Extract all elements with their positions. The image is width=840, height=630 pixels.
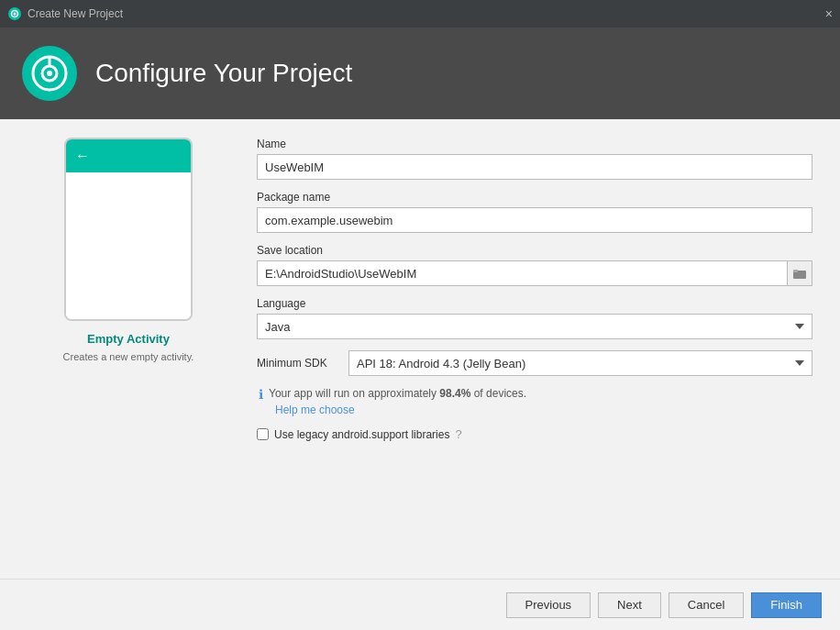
info-icon: ℹ (259, 387, 263, 402)
sdk-info-block: ℹ Your app will run on approximately 98.… (257, 387, 812, 416)
page-title: Configure Your Project (95, 59, 352, 88)
title-bar-left: Create New Project (7, 6, 123, 21)
sdk-info-row: ℹ Your app will run on approximately 98.… (257, 387, 812, 402)
title-bar: Create New Project × (0, 0, 840, 28)
language-select[interactable]: Java Kotlin (257, 314, 812, 339)
language-label: Language (257, 297, 812, 310)
save-location-field-group: Save location (257, 244, 812, 286)
footer: Previous Next Cancel Finish (0, 579, 840, 630)
android-studio-logo (22, 46, 77, 101)
previous-button[interactable]: Previous (506, 592, 591, 618)
package-input[interactable] (257, 207, 812, 233)
folder-icon (793, 268, 806, 279)
logo-icon (31, 55, 68, 92)
package-label: Package name (257, 191, 812, 204)
legacy-support-checkbox-row: Use legacy android.support libraries ? (257, 427, 812, 441)
right-panel: Name Package name Save location (257, 138, 812, 560)
finish-button[interactable]: Finish (751, 592, 822, 618)
android-studio-icon (7, 6, 22, 21)
legacy-support-checkbox[interactable] (257, 428, 269, 440)
package-field-group: Package name (257, 191, 812, 233)
svg-point-5 (47, 71, 52, 76)
svg-point-2 (14, 13, 17, 16)
svg-rect-9 (793, 270, 798, 272)
phone-preview: ← (64, 138, 193, 321)
name-field-group: Name (257, 138, 812, 180)
activity-description: Creates a new empty activity. (63, 351, 194, 362)
activity-label: Empty Activity (87, 332, 170, 346)
main-content: ← Empty Activity Creates a new empty act… (0, 119, 840, 579)
min-sdk-select[interactable]: API 16: Android 4.1 (Jelly Bean) API 17:… (348, 350, 812, 376)
phone-body (66, 172, 191, 319)
min-sdk-row: Minimum SDK API 16: Android 4.1 (Jelly B… (257, 350, 812, 376)
left-panel: ← Empty Activity Creates a new empty act… (28, 138, 229, 560)
sdk-info-text: Your app will run on approximately 98.4%… (269, 387, 526, 400)
save-location-input[interactable] (257, 260, 787, 286)
browse-folder-button[interactable] (787, 260, 812, 286)
title-bar-title: Create New Project (28, 7, 123, 20)
save-location-label: Save location (257, 244, 812, 257)
name-label: Name (257, 138, 812, 150)
phone-header: ← (66, 139, 191, 172)
header: Configure Your Project (0, 28, 840, 119)
help-me-choose-link[interactable]: Help me choose (275, 403, 812, 416)
close-button[interactable]: × (825, 7, 833, 20)
language-field-group: Language Java Kotlin (257, 297, 812, 339)
cancel-button[interactable]: Cancel (669, 592, 744, 618)
back-arrow-icon: ← (75, 148, 90, 164)
save-location-input-row (257, 260, 812, 286)
checkbox-help-icon[interactable]: ? (455, 427, 461, 441)
next-button[interactable]: Next (598, 592, 661, 618)
min-sdk-label: Minimum SDK (257, 357, 339, 370)
sdk-percent: 98.4% (439, 387, 470, 400)
name-input[interactable] (257, 154, 812, 180)
legacy-support-label[interactable]: Use legacy android.support libraries (274, 428, 449, 441)
